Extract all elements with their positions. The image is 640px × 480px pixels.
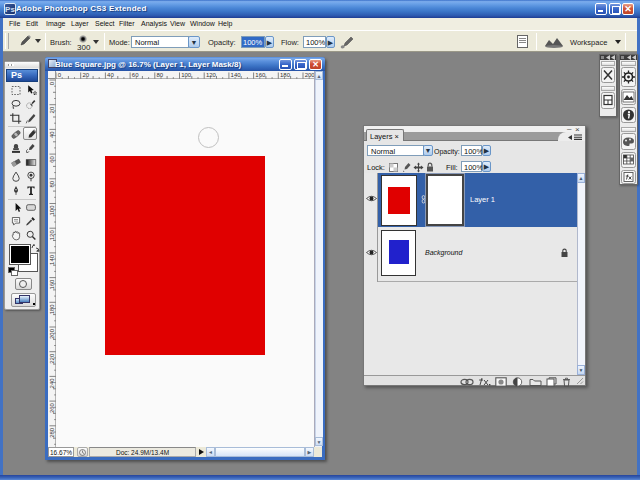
svg-text:100: 100 [49, 205, 55, 216]
svg-text:120: 120 [206, 72, 217, 78]
svg-text:20: 20 [49, 106, 55, 113]
svg-text:60: 60 [132, 72, 139, 78]
svg-text:160: 160 [49, 279, 55, 290]
svg-text:180: 180 [49, 304, 55, 315]
svg-text:140: 140 [49, 254, 55, 265]
svg-text:180: 180 [280, 72, 291, 78]
svg-text:60: 60 [49, 155, 55, 162]
svg-text:260: 260 [49, 402, 55, 413]
svg-text:220: 220 [49, 353, 55, 364]
svg-text:40: 40 [107, 72, 114, 78]
svg-text:200: 200 [49, 328, 55, 339]
svg-text:160: 160 [255, 72, 266, 78]
svg-text:80: 80 [49, 180, 55, 187]
svg-text:100: 100 [181, 72, 192, 78]
svg-text:140: 140 [231, 72, 242, 78]
svg-text:240: 240 [49, 378, 55, 389]
svg-text:80: 80 [157, 72, 164, 78]
svg-text:20: 20 [82, 72, 89, 78]
svg-text:120: 120 [49, 230, 55, 241]
svg-text:200: 200 [305, 72, 314, 78]
svg-text:40: 40 [49, 131, 55, 138]
svg-text:280: 280 [49, 427, 55, 438]
